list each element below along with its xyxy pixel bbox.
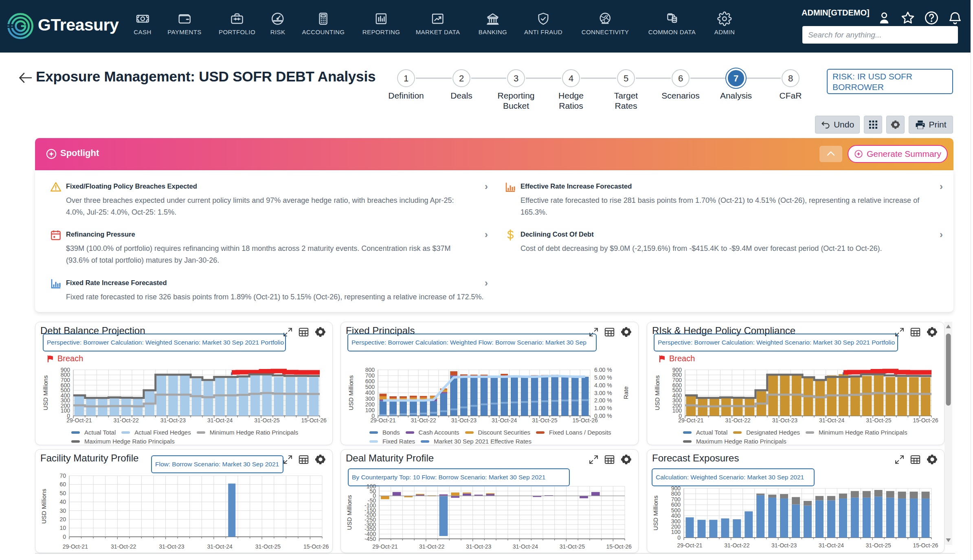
svg-text:31-Oct-22: 31-Oct-22 xyxy=(113,417,138,424)
svg-text:31-Oct-25: 31-Oct-25 xyxy=(866,542,891,549)
svg-text:300: 300 xyxy=(365,395,375,402)
svg-text:500: 500 xyxy=(365,384,375,390)
svg-text:200: 200 xyxy=(365,401,375,408)
svg-text:31-Oct-24: 31-Oct-24 xyxy=(207,543,232,550)
svg-text:31-Oct-22: 31-Oct-22 xyxy=(724,542,749,549)
svg-text:1.00 %: 1.00 % xyxy=(594,405,612,411)
svg-text:400: 400 xyxy=(365,389,375,396)
svg-text:5.00 %: 5.00 % xyxy=(594,374,612,381)
svg-text:USD Millions: USD Millions xyxy=(42,376,49,411)
svg-text:31-Oct-25: 31-Oct-25 xyxy=(866,417,891,424)
svg-text:USD Millions: USD Millions xyxy=(346,495,353,530)
svg-text:31-Oct-22: 31-Oct-22 xyxy=(419,543,444,550)
svg-text:15-Oct-26: 15-Oct-26 xyxy=(301,417,326,424)
svg-text:60: 60 xyxy=(59,481,66,488)
svg-text:31-Oct-24: 31-Oct-24 xyxy=(819,417,844,424)
svg-text:USD Millions: USD Millions xyxy=(654,376,661,411)
svg-text:29-Oct-21: 29-Oct-21 xyxy=(370,417,395,424)
svg-text:15-Oct-26: 15-Oct-26 xyxy=(572,417,597,424)
svg-text:2: 2 xyxy=(459,73,464,83)
svg-text:31-Oct-23: 31-Oct-23 xyxy=(160,417,186,424)
svg-text:31-Oct-24: 31-Oct-24 xyxy=(492,417,517,424)
svg-text:15-Oct-26: 15-Oct-26 xyxy=(913,542,938,549)
svg-text:31-Oct-22: 31-Oct-22 xyxy=(111,543,136,550)
svg-text:31-Oct-23: 31-Oct-23 xyxy=(466,543,491,550)
svg-text:1: 1 xyxy=(404,73,409,83)
svg-text:31-Oct-22: 31-Oct-22 xyxy=(725,417,750,424)
svg-text:100: 100 xyxy=(367,483,376,490)
svg-text:31-Oct-25: 31-Oct-25 xyxy=(532,417,557,424)
svg-text:31-Oct-22: 31-Oct-22 xyxy=(411,417,436,424)
svg-text:31-Oct-24: 31-Oct-24 xyxy=(207,417,233,424)
svg-text:3.00 %: 3.00 % xyxy=(594,390,612,396)
svg-text:900: 900 xyxy=(671,485,681,492)
svg-text:600: 600 xyxy=(365,378,375,384)
svg-text:29-Oct-21: 29-Oct-21 xyxy=(678,417,703,424)
svg-text:2.00 %: 2.00 % xyxy=(594,397,612,404)
svg-text:800: 800 xyxy=(365,367,375,373)
svg-text:31-Oct-23: 31-Oct-23 xyxy=(159,543,184,550)
svg-text:50: 50 xyxy=(59,490,66,496)
svg-text:6: 6 xyxy=(678,73,683,83)
svg-text:4.00 %: 4.00 % xyxy=(594,382,612,389)
svg-text:31-Oct-23: 31-Oct-23 xyxy=(772,417,797,424)
svg-text:USD Millions: USD Millions xyxy=(652,496,659,531)
svg-text:31-Oct-25: 31-Oct-25 xyxy=(560,543,585,550)
svg-text:15-Oct-26: 15-Oct-26 xyxy=(606,543,631,550)
svg-text:700: 700 xyxy=(365,372,375,379)
svg-text:4: 4 xyxy=(569,73,573,83)
svg-text:6.00 %: 6.00 % xyxy=(594,367,612,373)
svg-text:15-Oct-26: 15-Oct-26 xyxy=(913,417,938,424)
svg-text:20: 20 xyxy=(59,516,66,523)
svg-text:USD Millions: USD Millions xyxy=(347,376,354,411)
svg-text:USD Millions: USD Millions xyxy=(40,489,47,524)
svg-text:40: 40 xyxy=(59,499,66,505)
svg-text:31-Oct-25: 31-Oct-25 xyxy=(255,543,281,550)
svg-text:31-Oct-23: 31-Oct-23 xyxy=(451,417,477,424)
svg-text:8: 8 xyxy=(788,73,793,83)
svg-text:29-Oct-21: 29-Oct-21 xyxy=(677,542,702,549)
svg-text:31-Oct-24: 31-Oct-24 xyxy=(819,542,844,549)
svg-text:5: 5 xyxy=(624,73,628,83)
svg-text:29-Oct-21: 29-Oct-21 xyxy=(66,417,92,424)
svg-text:70: 70 xyxy=(59,472,66,479)
svg-text:31-Oct-25: 31-Oct-25 xyxy=(254,417,279,424)
svg-text:29-Oct-21: 29-Oct-21 xyxy=(372,543,398,550)
svg-text:900: 900 xyxy=(672,367,682,373)
svg-text:3: 3 xyxy=(514,73,518,83)
svg-text:31-Oct-24: 31-Oct-24 xyxy=(513,543,538,550)
svg-text:31-Oct-23: 31-Oct-23 xyxy=(771,542,797,549)
svg-text:0: 0 xyxy=(63,534,66,540)
svg-text:7: 7 xyxy=(734,73,738,83)
svg-text:10: 10 xyxy=(59,525,66,531)
svg-text:15-Oct-26: 15-Oct-26 xyxy=(303,543,329,550)
svg-text:100: 100 xyxy=(365,407,375,413)
svg-text:Rate: Rate xyxy=(622,387,629,400)
svg-text:30: 30 xyxy=(59,507,66,514)
svg-text:29-Oct-21: 29-Oct-21 xyxy=(63,543,88,550)
svg-text:900: 900 xyxy=(61,367,70,373)
